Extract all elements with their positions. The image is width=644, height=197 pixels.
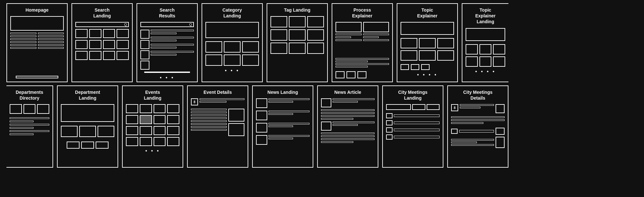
line [151,44,194,45]
news-img [256,123,267,133]
city-meetings-landing-title: City MeetingsLanding [386,89,440,101]
search-landing-bar[interactable]: Q [75,22,129,27]
line [10,117,49,119]
cmd-item [451,128,505,135]
line [321,138,374,140]
card-department-landing[interactable]: DepartmentLanding [57,85,118,168]
homepage-col-left [10,33,36,74]
calendar-icon: 8 [451,104,458,111]
cmd-header: 8 [451,104,505,113]
cmd-line [459,130,494,133]
calendar-icon: 8 [191,98,198,105]
sq [117,51,129,60]
event-header-lines [200,98,244,103]
topic-hero [401,22,454,35]
sq [89,51,101,60]
cm-line [394,114,440,117]
icon-box [336,71,345,78]
line [151,33,176,34]
article-content [321,98,374,143]
icon-box [357,71,366,78]
card-category-landing[interactable]: CategoryLanding • • • [202,3,263,82]
sq [224,54,241,66]
card-process-explainer[interactable]: ProcessExplainer [332,3,393,82]
line [269,135,309,137]
line [151,51,194,53]
sq [307,16,324,27]
card-city-meetings-details[interactable]: City MeetingsDetails 8 [447,85,508,168]
line [38,35,64,37]
line [333,101,358,103]
cm-icon [386,113,393,118]
art-img [321,122,331,131]
card-events-landing[interactable]: EventsLanding [122,85,183,168]
news-items [256,98,309,145]
sq [10,104,22,114]
news-text [269,123,309,133]
ev-grid-3 [126,126,179,135]
departments-directory-title: DepartmentsDirectory [10,89,49,101]
card-tag-landing[interactable]: Tag Landing [267,3,328,82]
card-departments-directory[interactable]: DepartmentsDirectory [6,85,53,168]
line [321,112,374,114]
sq [98,126,114,137]
line [336,66,368,67]
category-hero [205,22,259,38]
card-news-landing[interactable]: News Landing [252,85,313,168]
result-group [151,37,194,41]
dept-landing-hero [61,104,114,122]
card-search-landing[interactable]: SearchLanding Q [71,3,133,82]
city-meetings-details-title: City MeetingsDetails [451,89,505,101]
search-landing-title: SearchLanding [75,7,129,19]
sq [154,115,166,124]
event-left [191,109,227,164]
result-lines [151,30,194,70]
line [10,133,33,135]
line [191,126,227,128]
sq [75,51,88,60]
category-grid-1 [205,41,259,53]
icon-box [401,64,409,70]
sq [103,51,115,60]
card-event-details[interactable]: Event Details 8 [187,85,248,168]
line [269,98,309,100]
line [451,142,477,143]
result-group [151,30,194,34]
ev-img [228,109,244,122]
sq [401,38,417,48]
line [336,63,389,65]
row-2: DepartmentsDirectory DepartmentLanding [0,85,644,168]
dots: • • • [205,68,259,74]
cmd-side-img [496,137,505,148]
process-explainer-title: ProcessExplainer [336,7,389,19]
news-text [269,98,309,108]
sq [167,126,179,135]
article-row [321,98,374,107]
sq [401,50,417,61]
sq [466,44,478,54]
event-header: 8 [191,98,244,105]
ev-img [228,123,244,136]
process-cols [336,22,389,41]
card-search-results[interactable]: SearchResults Q [137,3,198,82]
line [151,54,176,55]
card-topic-explainer-landing[interactable]: TopicExplainerLanding • • • • [462,3,508,82]
news-img [256,98,267,108]
icon-box [411,64,419,70]
cmd-icon [451,129,458,134]
cm-line [394,129,440,131]
line [191,109,227,110]
card-city-meetings-landing[interactable]: City MeetingsLanding [382,85,443,168]
result-icon [140,61,149,70]
sq [289,29,306,41]
sq [466,56,478,67]
cm-item [386,127,440,133]
card-topic-explainer[interactable]: TopicExplainer • • • • [397,3,458,82]
search-results-bar[interactable]: Q [140,22,194,27]
sq [493,56,505,67]
line [333,98,374,100]
topic-grid-2 [401,50,454,61]
card-homepage[interactable]: Homepage [6,3,68,82]
card-news-article[interactable]: News Article [317,85,378,168]
event-details-title: Event Details [191,89,244,95]
